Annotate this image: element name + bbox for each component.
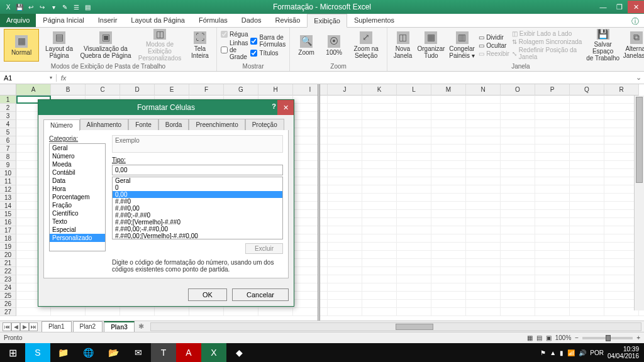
category-item[interactable]: Número bbox=[50, 152, 105, 160]
row-header[interactable]: 15 bbox=[0, 210, 16, 218]
zoom-level[interactable]: 100% bbox=[555, 334, 572, 341]
column-header[interactable]: G bbox=[224, 84, 258, 96]
row-header[interactable]: 27 bbox=[0, 308, 16, 316]
column-header[interactable]: P bbox=[535, 84, 570, 96]
format-code-item[interactable]: #.##0,00;[Vermelho]-#.##0,00 bbox=[113, 233, 282, 239]
sheet-nav-prev-icon[interactable]: ◀ bbox=[11, 322, 20, 331]
row-header[interactable]: 21 bbox=[0, 259, 16, 267]
column-header[interactable]: K bbox=[362, 84, 397, 96]
sheet-nav[interactable]: ⏮ ◀ ▶ ⏭ bbox=[0, 322, 40, 331]
category-item[interactable]: Personalizado bbox=[50, 234, 105, 242]
format-code-item[interactable]: #.##0;-#.##0 bbox=[113, 212, 282, 219]
dialog-tab-borda[interactable]: Borda bbox=[158, 119, 189, 130]
column-header[interactable]: L bbox=[397, 84, 431, 96]
custom-views-button[interactable]: ◫Modos de Exibição Personalizados bbox=[135, 29, 185, 62]
hide-button[interactable]: ▭ Ocultar bbox=[479, 42, 509, 49]
qat-pencil-icon[interactable]: ✎ bbox=[60, 3, 69, 11]
tray-battery-icon[interactable]: ▮ bbox=[560, 349, 564, 356]
sheet-nav-last-icon[interactable]: ⏭ bbox=[29, 322, 38, 331]
tray-up-icon[interactable]: ▲ bbox=[550, 349, 556, 356]
ribbon-tab-inserir[interactable]: Inserir bbox=[91, 13, 125, 27]
row-header[interactable]: 22 bbox=[0, 267, 16, 275]
dialog-tab-proteção[interactable]: Proteção bbox=[245, 119, 284, 130]
row-header[interactable]: 24 bbox=[0, 283, 16, 292]
formulabar-checkbox[interactable]: Barra de Fórmulas bbox=[250, 34, 286, 48]
category-item[interactable]: Data bbox=[50, 177, 105, 185]
page-layout-button[interactable]: ▤Layout da Página bbox=[42, 29, 77, 62]
sheet-tab[interactable]: Plan2 bbox=[73, 321, 103, 332]
category-item[interactable]: Científico bbox=[50, 209, 105, 217]
name-box[interactable]: A1▾ bbox=[0, 74, 57, 82]
category-item[interactable]: Porcentagem bbox=[50, 193, 105, 201]
redo-icon[interactable]: ↪ bbox=[38, 3, 47, 11]
category-item[interactable]: Geral bbox=[50, 144, 105, 152]
row-header[interactable]: 20 bbox=[0, 251, 16, 259]
restore-button[interactable]: ❐ bbox=[611, 1, 628, 13]
column-header[interactable]: A bbox=[16, 84, 51, 96]
arrange-all-button[interactable]: ▦Organizar Tudo bbox=[417, 29, 445, 62]
tray-volume-icon[interactable]: 🔊 bbox=[579, 349, 586, 356]
tray-language[interactable]: POR bbox=[590, 349, 604, 356]
column-header[interactable]: O bbox=[501, 84, 535, 96]
taskbar-chrome-icon[interactable]: 🌐 bbox=[75, 343, 101, 362]
row-header[interactable]: 8 bbox=[0, 153, 16, 161]
taskbar-explorer-icon[interactable]: 📁 bbox=[50, 343, 75, 362]
column-header[interactable]: Q bbox=[570, 84, 604, 96]
ribbon-tab-dados[interactable]: Dados bbox=[235, 13, 269, 27]
taskbar-folder-icon[interactable]: 📂 bbox=[101, 343, 126, 362]
type-input[interactable] bbox=[112, 165, 283, 175]
column-header[interactable]: R bbox=[604, 84, 639, 96]
delete-format-button[interactable]: Excluir bbox=[245, 243, 283, 254]
row-header[interactable]: 6 bbox=[0, 136, 16, 145]
row-header[interactable]: 3 bbox=[0, 112, 16, 120]
new-window-button[interactable]: ◫Nova Janela bbox=[391, 29, 414, 62]
formula-input[interactable] bbox=[70, 74, 633, 82]
row-header[interactable]: 1 bbox=[0, 96, 16, 104]
ribbon-tab-suplementos[interactable]: Suplementos bbox=[347, 13, 401, 27]
format-code-item[interactable]: #.##0;[Vermelho]-#.##0 bbox=[113, 219, 282, 226]
column-header[interactable]: H bbox=[258, 84, 293, 96]
sheet-nav-first-icon[interactable]: ⏮ bbox=[3, 322, 11, 331]
format-code-item[interactable]: 0 bbox=[113, 184, 282, 191]
ribbon-tab-layout-da-página[interactable]: Layout da Página bbox=[124, 13, 192, 27]
column-header[interactable]: D bbox=[120, 84, 155, 96]
ruler-checkbox[interactable]: Régua bbox=[221, 31, 248, 38]
row-header[interactable]: 19 bbox=[0, 243, 16, 251]
dialog-tab-fonte[interactable]: Fonte bbox=[128, 119, 158, 130]
vertical-scrollbar[interactable] bbox=[634, 96, 644, 310]
dialog-close-button[interactable]: ✕ bbox=[277, 100, 294, 115]
row-header[interactable]: 4 bbox=[0, 120, 16, 128]
format-code-item[interactable]: #.##0 bbox=[113, 198, 282, 205]
headings-checkbox[interactable]: Títulos bbox=[250, 50, 286, 57]
sheet-tab[interactable]: Plan3 bbox=[104, 321, 135, 332]
new-sheet-icon[interactable]: ✱ bbox=[135, 322, 148, 331]
minimize-button[interactable]: — bbox=[595, 1, 611, 13]
ok-button[interactable]: OK bbox=[188, 288, 227, 301]
taskbar-excel-icon[interactable]: X bbox=[201, 343, 226, 362]
format-code-item[interactable]: #.##0,00 bbox=[113, 205, 282, 212]
category-item[interactable]: Hora bbox=[50, 185, 105, 193]
horizontal-scrollbar[interactable] bbox=[150, 322, 641, 331]
ribbon-tab-página-inicial[interactable]: Página Inicial bbox=[36, 13, 91, 27]
qat-grid-icon[interactable]: ▤ bbox=[83, 3, 92, 11]
category-listbox[interactable]: GeralNúmeroMoedaContábilDataHoraPorcenta… bbox=[49, 143, 106, 251]
freeze-panes-button[interactable]: ▥Congelar Painéis ▾ bbox=[448, 29, 476, 62]
column-header[interactable]: B bbox=[51, 84, 86, 96]
tray-flag-icon[interactable]: ⚑ bbox=[540, 349, 546, 356]
column-header[interactable]: I bbox=[293, 84, 328, 96]
row-header[interactable]: 11 bbox=[0, 177, 16, 185]
start-button[interactable]: ⊞ bbox=[0, 343, 25, 362]
row-header[interactable]: 2 bbox=[0, 104, 16, 112]
category-item[interactable]: Contábil bbox=[50, 168, 105, 177]
view-pagebreak-icon[interactable]: ▣ bbox=[546, 334, 552, 341]
format-code-listbox[interactable]: Geral00,00#.##0#.##0,00#.##0;-#.##0#.##0… bbox=[112, 177, 283, 239]
column-header[interactable]: C bbox=[86, 84, 120, 96]
split-button[interactable]: ▭ Dividir bbox=[479, 34, 509, 41]
view-normal-icon[interactable]: ▦ bbox=[527, 334, 533, 341]
column-header[interactable]: M bbox=[431, 84, 466, 96]
expand-formula-bar-icon[interactable]: ⌄ bbox=[633, 74, 644, 82]
cancel-button[interactable]: Cancelar bbox=[232, 288, 289, 301]
column-header[interactable]: E bbox=[155, 84, 189, 96]
save-icon[interactable]: 💾 bbox=[15, 3, 24, 11]
save-workspace-button[interactable]: 💾Salvar Espaço de Trabalho bbox=[586, 29, 620, 62]
